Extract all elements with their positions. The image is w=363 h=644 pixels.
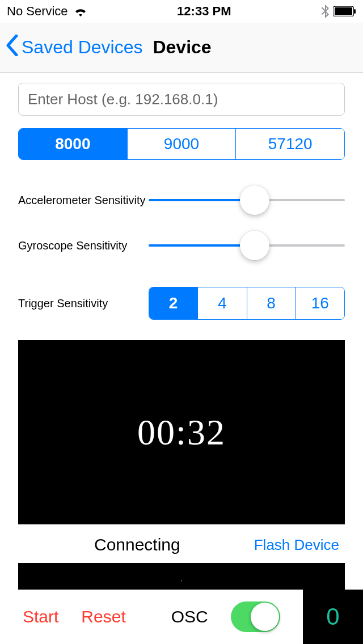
nav-bar: Saved Devices Device	[0, 23, 363, 73]
page-title: Device	[153, 37, 211, 58]
status-bar: No Service 12:33 PM	[0, 0, 363, 23]
port-option-57120[interactable]: 57120	[235, 129, 344, 159]
port-segmented-control: 8000 9000 57120	[18, 128, 345, 160]
bluetooth-icon	[321, 5, 329, 18]
back-button-label[interactable]: Saved Devices	[22, 37, 142, 58]
clock-text: 12:33 PM	[177, 4, 231, 19]
timer-display: 00:32	[18, 340, 345, 524]
gyroscope-label: Gyroscope Sensitivity	[18, 239, 149, 252]
svg-rect-1	[335, 7, 352, 15]
trigger-option-4[interactable]: 4	[197, 287, 246, 319]
trigger-segmented-control: 2 4 8 16	[149, 287, 345, 320]
timer-value: 00:32	[137, 412, 226, 454]
count-value: 0	[326, 603, 339, 630]
gyroscope-slider[interactable]	[149, 232, 345, 259]
trigger-label: Trigger Sensitivity	[18, 297, 149, 310]
wifi-icon	[74, 6, 87, 16]
trigger-option-16[interactable]: 16	[296, 287, 344, 319]
port-option-9000[interactable]: 9000	[127, 129, 236, 159]
host-input[interactable]	[18, 83, 345, 116]
back-chevron-icon[interactable]	[6, 35, 18, 60]
battery-icon	[334, 6, 356, 16]
trigger-option-8[interactable]: 8	[247, 287, 296, 319]
osc-label: OSC	[171, 607, 208, 626]
start-button[interactable]: Start	[23, 607, 58, 626]
trigger-option-2[interactable]: 2	[149, 287, 197, 319]
flash-device-button[interactable]: Flash Device	[254, 536, 343, 554]
footer-bar: Start Reset OSC 0	[0, 590, 363, 644]
accelerometer-slider[interactable]	[149, 187, 345, 213]
connection-status: Connecting	[20, 535, 254, 554]
count-display: 0	[303, 590, 363, 644]
reset-button[interactable]: Reset	[81, 607, 125, 626]
osc-toggle[interactable]	[231, 601, 280, 632]
accelerometer-label: Accelerometer Sensitivity	[18, 194, 149, 207]
svg-rect-2	[354, 9, 356, 14]
carrier-text: No Service	[7, 4, 68, 19]
port-option-8000[interactable]: 8000	[19, 129, 127, 159]
